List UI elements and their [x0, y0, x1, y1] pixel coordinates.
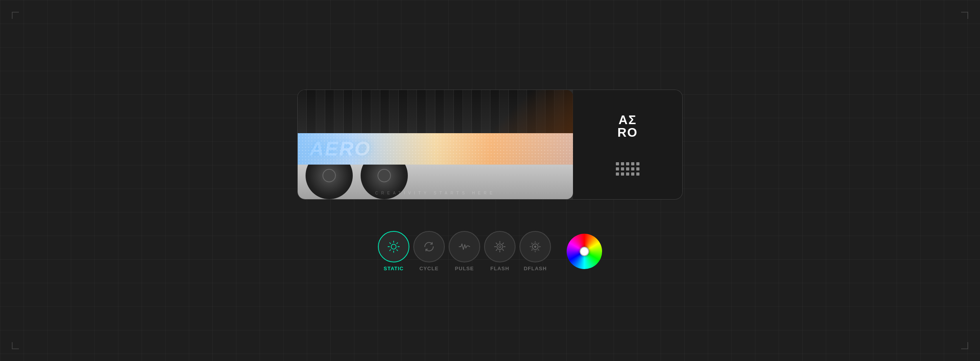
fin: [380, 90, 389, 133]
fin: [408, 90, 417, 133]
mode-button-flash[interactable]: FLASH: [484, 231, 516, 271]
dot-grid-item: [616, 162, 619, 165]
fin: [444, 90, 453, 133]
gpu-image-bg: AERO CREATIVITY STARTS HERE: [298, 90, 573, 199]
fin: [481, 90, 490, 133]
fin: [472, 90, 481, 133]
mode-label-dflash: DFLASH: [524, 266, 547, 271]
dot-grid: [616, 162, 639, 176]
svg-line-5: [390, 243, 391, 244]
fin: [307, 90, 316, 133]
dot-grid-item: [631, 162, 634, 165]
mode-button-pulse[interactable]: PULSE: [449, 231, 480, 271]
mode-label-flash: FLASH: [490, 266, 509, 271]
svg-line-14: [496, 243, 497, 244]
fin: [334, 90, 343, 133]
svg-line-7: [397, 243, 398, 244]
panel-aero-logo: AΣ RO: [617, 114, 638, 139]
pulse-icon: [457, 240, 472, 254]
dot-grid-item: [621, 167, 624, 170]
dflash-icon: [528, 240, 542, 254]
dot-grid-item: [636, 167, 639, 170]
mode-icon-circle-cycle[interactable]: [413, 231, 445, 262]
fin: [298, 90, 307, 133]
svg-line-17: [496, 249, 497, 251]
svg-point-28: [534, 246, 536, 247]
controls-section: STATIC CYCLE PULSE: [378, 231, 602, 271]
svg-line-6: [397, 250, 398, 251]
mode-button-cycle[interactable]: CYCLE: [413, 231, 445, 271]
mode-icon-circle-dflash[interactable]: [519, 231, 551, 262]
mode-button-static[interactable]: STATIC: [378, 231, 409, 271]
mode-icon-circle-flash[interactable]: [484, 231, 516, 262]
mode-icon-circle-pulse[interactable]: [449, 231, 480, 262]
dot-grid-item: [621, 162, 624, 165]
dot-grid-item: [626, 167, 629, 170]
mode-button-dflash[interactable]: DFLASH: [519, 231, 551, 271]
gpu-image-section: AERO CREATIVITY STARTS HERE: [298, 90, 573, 199]
cycle-icon: [422, 240, 436, 254]
mode-icon-circle-static[interactable]: [378, 231, 409, 262]
creativity-text: CREATIVITY STARTS HERE: [375, 191, 496, 195]
fan-1: [306, 165, 353, 199]
gpu-bottom-section: CREATIVITY STARTS HERE: [298, 165, 573, 199]
svg-point-18: [499, 246, 501, 247]
svg-line-27: [531, 249, 532, 251]
gpu-card: AERO CREATIVITY STARTS HERE AΣ RO: [297, 90, 683, 200]
fin: [362, 90, 371, 133]
fin: [316, 90, 325, 133]
corner-mark-br: [961, 342, 968, 349]
svg-point-9: [497, 244, 503, 249]
svg-line-24: [531, 243, 532, 244]
dot-grid-item: [626, 162, 629, 165]
fin: [344, 90, 353, 133]
fin: [399, 90, 408, 133]
dot-grid-item: [631, 167, 634, 170]
mode-label-static: STATIC: [383, 266, 403, 271]
fin: [454, 90, 463, 133]
dot-grid-item: [636, 172, 639, 176]
mode-label-pulse: PULSE: [455, 266, 474, 271]
dot-grid-item: [631, 172, 634, 176]
dot-grid-item: [636, 162, 639, 165]
svg-line-16: [503, 243, 504, 244]
fin: [417, 90, 426, 133]
corner-mark-tl: [12, 12, 19, 19]
fin: [389, 90, 398, 133]
flash-icon: [493, 240, 507, 254]
corner-mark-bl: [12, 342, 19, 349]
fin: [435, 90, 444, 133]
gpu-heatsink-area: [298, 90, 573, 133]
gpu-info-panel: AΣ RO: [573, 90, 682, 199]
fin: [426, 90, 435, 133]
mode-label-cycle: CYCLE: [419, 266, 438, 271]
gpu-top-accent: [494, 90, 573, 133]
gpu-led-bar: AERO: [298, 133, 573, 165]
color-wheel-container[interactable]: [567, 234, 602, 269]
svg-line-15: [503, 249, 504, 251]
fin: [371, 90, 380, 133]
led-dot-pattern: [298, 133, 573, 165]
gpu-card-container: AERO CREATIVITY STARTS HERE AΣ RO: [297, 90, 683, 200]
corner-mark-tr: [961, 12, 968, 19]
fin: [463, 90, 472, 133]
dot-grid-item: [621, 172, 624, 176]
fin: [325, 90, 334, 133]
svg-line-8: [390, 250, 391, 251]
sun-icon: [387, 240, 401, 254]
fin: [353, 90, 362, 133]
svg-point-0: [391, 244, 396, 249]
color-wheel[interactable]: [567, 234, 602, 269]
dot-grid-item: [626, 172, 629, 176]
dot-grid-item: [616, 167, 619, 170]
dot-grid-item: [616, 172, 619, 176]
